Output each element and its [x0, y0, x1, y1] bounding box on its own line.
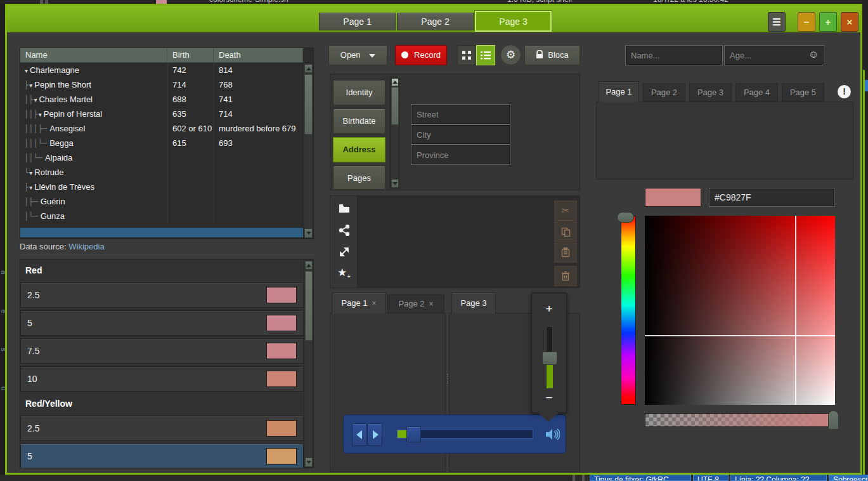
sidebar-item-identity[interactable]: Identity	[333, 80, 385, 105]
table-row[interactable]: │├▾Charles Martel 688 741	[20, 92, 303, 107]
table-row[interactable]: │││├─Ansegisel 602 or 610 murdered befor…	[20, 121, 303, 136]
form-scrollbar[interactable]	[390, 77, 399, 188]
paste-button-disabled[interactable]	[554, 242, 578, 263]
hex-color-input[interactable]	[709, 188, 834, 207]
table-row[interactable]: ▾Charlemagne 742 814	[20, 63, 303, 77]
column-header-name[interactable]: Name	[20, 48, 167, 63]
scroll-down-button[interactable]	[304, 228, 313, 238]
table-row[interactable]: │└─Gunza	[20, 209, 303, 223]
open-button[interactable]: Open	[328, 45, 387, 65]
settings-button[interactable]: ⚙	[500, 44, 521, 65]
province-field[interactable]	[411, 145, 510, 165]
sidebar-item-birthdate[interactable]: Birthdate	[333, 109, 385, 134]
expander-icon[interactable]: ▾	[29, 82, 34, 89]
list-item[interactable]: 7.5	[20, 338, 304, 364]
minimize-button[interactable]: −	[798, 12, 815, 32]
maximize-button[interactable]: +	[819, 12, 837, 32]
column-header-death[interactable]: Death	[214, 48, 303, 63]
star-new-icon[interactable]: ★+	[337, 266, 351, 280]
expander-icon[interactable]: ▾	[24, 67, 30, 74]
folder-icon[interactable]	[339, 204, 350, 213]
share-icon[interactable]	[339, 225, 350, 236]
list-item[interactable]: 2.5	[20, 416, 304, 441]
wikipedia-link[interactable]: Wikipedia	[68, 242, 104, 251]
tab-close-icon[interactable]: ×	[429, 300, 434, 308]
expander-icon[interactable]: ▾	[29, 184, 34, 191]
list-item[interactable]: 10	[20, 366, 304, 392]
scroll-down-button[interactable]	[391, 179, 399, 188]
list-item-selected[interactable]: 5	[20, 444, 304, 468]
tab-mid-page2[interactable]: Page 2×	[387, 294, 444, 313]
titlebar-tab-page3[interactable]: Page 3	[475, 11, 552, 32]
scrollbar-thumb[interactable]	[391, 87, 399, 125]
current-color-swatch[interactable]	[645, 188, 701, 207]
delete-button-disabled[interactable]	[554, 265, 578, 287]
tab-right-page1[interactable]: Page 1	[599, 81, 639, 102]
seek-slider-handle[interactable]	[406, 426, 421, 442]
lock-button[interactable]: Bloca	[524, 45, 580, 65]
next-button[interactable]	[367, 423, 382, 446]
expander-icon[interactable]: ▾	[29, 169, 34, 176]
smiley-icon[interactable]: ☺	[808, 49, 819, 60]
table-row[interactable]: │├─Guérin	[20, 194, 303, 209]
table-row[interactable]: ││└─Alpaida	[20, 150, 303, 165]
tab-right-page4[interactable]: Page 4	[735, 83, 778, 102]
tab-right-page3[interactable]: Page 3	[689, 83, 732, 102]
list-item[interactable]: 5	[20, 310, 304, 336]
warning-icon[interactable]: !	[838, 85, 851, 98]
table-row[interactable]: ├▾Liévin de Trèves	[20, 180, 303, 194]
selected-row[interactable]	[20, 228, 303, 237]
scroll-up-button[interactable]	[305, 261, 313, 270]
grid-view-toggle[interactable]	[457, 45, 476, 65]
scroll-up-button[interactable]	[391, 78, 399, 86]
titlebar[interactable]: Page 1 Page 2 Page 3 ☰ − + ×	[7, 6, 860, 32]
tab-mid-page3[interactable]: Page 3	[451, 293, 496, 313]
sidebar-item-pages[interactable]: Pages	[333, 166, 385, 190]
menu-button[interactable]: ☰	[768, 12, 786, 32]
alpha-slider[interactable]	[645, 413, 833, 427]
tab-right-page2[interactable]: Page 2	[643, 83, 685, 102]
scrollbar-thumb[interactable]	[305, 271, 313, 341]
bg-editor-chars: t t t e a a e s u	[0, 270, 5, 475]
street-field[interactable]	[411, 104, 510, 124]
zoom-out-button[interactable]: −	[532, 391, 566, 405]
tab-close-icon[interactable]: ×	[372, 299, 377, 308]
table-row[interactable]: ││├▾Pepin of Herstal 635 714	[20, 107, 303, 121]
table-row[interactable]: └▾Rotrude	[20, 165, 303, 180]
saturation-value-plane[interactable]	[645, 216, 835, 405]
dropdown-caret-icon	[369, 54, 375, 58]
hue-slider[interactable]	[621, 216, 636, 405]
scrollbar-thumb[interactable]	[304, 74, 313, 135]
titlebar-tab-page1[interactable]: Page 1	[319, 13, 396, 30]
scroll-down-button[interactable]	[305, 458, 313, 467]
family-tree-view: Name Birth Death ▾Charlemagne 742 814 ├▾…	[20, 48, 314, 239]
list-view-toggle-active[interactable]	[476, 45, 495, 65]
close-button[interactable]: ×	[841, 12, 858, 32]
name-input[interactable]	[625, 45, 723, 65]
expander-icon[interactable]: ▾	[38, 111, 44, 118]
table-row[interactable]: ├▾Pepin the Short 714 768	[20, 77, 303, 92]
scroll-up-button[interactable]	[304, 64, 313, 73]
alpha-slider-handle[interactable]	[828, 411, 839, 430]
list-scrollbar[interactable]	[304, 260, 313, 468]
record-button[interactable]: Record	[395, 45, 447, 65]
hue-slider-handle[interactable]	[617, 212, 634, 223]
sidebar-item-address-active[interactable]: Address	[333, 137, 385, 162]
previous-button[interactable]	[352, 423, 367, 446]
zoom-slider-trough-upper[interactable]	[546, 326, 553, 353]
color-swatch	[266, 420, 297, 437]
table-row[interactable]: │││└─Begga 615 693	[20, 136, 303, 150]
tab-right-page5[interactable]: Page 5	[782, 83, 824, 102]
zoom-in-button[interactable]: +	[532, 302, 566, 316]
tab-mid-page1[interactable]: Page 1×	[332, 293, 386, 313]
city-field[interactable]	[411, 124, 510, 145]
cut-button-disabled[interactable]: ✂	[554, 200, 578, 221]
copy-button-disabled[interactable]	[554, 221, 578, 242]
titlebar-tab-page2[interactable]: Page 2	[397, 13, 474, 30]
fullscreen-icon[interactable]	[339, 246, 350, 258]
list-item[interactable]: 2.5	[20, 282, 304, 308]
column-header-birth[interactable]: Birth	[167, 48, 214, 63]
zoom-slider-handle[interactable]	[542, 352, 557, 365]
volume-icon[interactable]	[545, 428, 560, 441]
tree-scrollbar[interactable]	[303, 63, 313, 239]
